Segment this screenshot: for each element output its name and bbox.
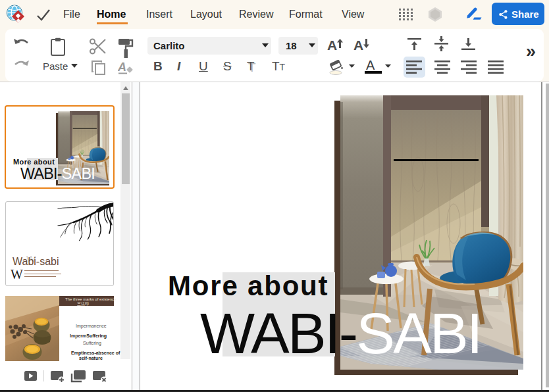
svg-text:A: A <box>118 61 126 74</box>
